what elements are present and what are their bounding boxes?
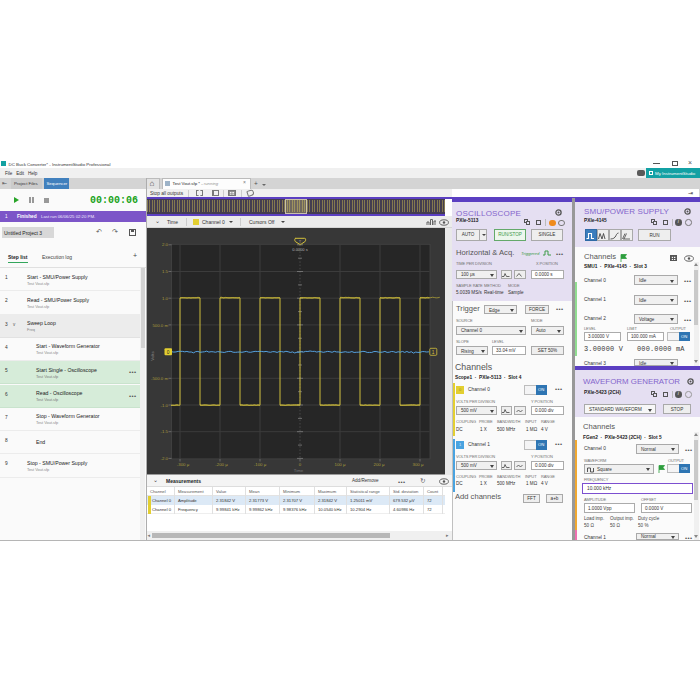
svg-text:Volts: Volts	[150, 351, 155, 360]
svg-text:-2.0: -2.0	[161, 456, 169, 461]
svg-text:-1.5: -1.5	[161, 429, 169, 434]
svg-text:500.0 m: 500.0 m	[152, 323, 168, 328]
svg-text:0.0000 s: 0.0000 s	[292, 247, 307, 252]
svg-text:300 μ: 300 μ	[413, 462, 424, 467]
svg-text:1: 1	[432, 350, 435, 355]
svg-text:-100 μ: -100 μ	[254, 462, 267, 467]
svg-text:2.0: 2.0	[162, 242, 169, 247]
svg-text:0: 0	[167, 350, 170, 355]
svg-text:1.5: 1.5	[162, 269, 169, 274]
svg-text:-500.0 m: -500.0 m	[151, 376, 168, 381]
svg-text:Time: Time	[294, 468, 304, 473]
svg-text:200 μ: 200 μ	[374, 462, 385, 467]
svg-text:1.0: 1.0	[162, 296, 169, 301]
svg-text:100 μ: 100 μ	[335, 462, 346, 467]
svg-text:-200 μ: -200 μ	[215, 462, 228, 467]
svg-text:-1.0: -1.0	[161, 403, 169, 408]
svg-text:T: T	[299, 239, 302, 244]
svg-text:-300 μ: -300 μ	[177, 462, 190, 467]
